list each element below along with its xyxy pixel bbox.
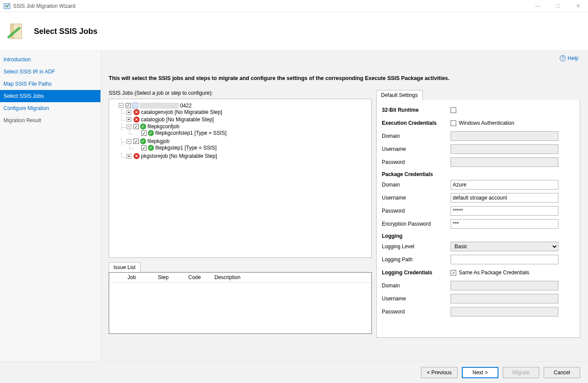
exec-domain-label: Domain <box>382 133 451 139</box>
issue-col-blank[interactable] <box>109 273 124 283</box>
sidebar-item-introduction[interactable]: Introduction <box>0 53 100 66</box>
enc-password-label: Encryption Password <box>382 221 451 227</box>
maximize-button[interactable]: □ <box>551 3 565 9</box>
pkg-username-input[interactable] <box>451 193 558 203</box>
logging-level-label: Logging Level <box>382 243 451 250</box>
wizard-footer: < Previous Next > Migrate Cancel <box>0 361 588 383</box>
svg-rect-0 <box>4 3 10 9</box>
page-title: Select SSIS Jobs <box>34 27 97 36</box>
tree-collapse-icon[interactable]: − <box>119 103 124 108</box>
help-icon: ? <box>560 55 566 61</box>
help-link[interactable]: ? Help <box>560 55 578 61</box>
pkg-domain-label: Domain <box>382 182 451 188</box>
exec-username-label: Username <box>382 146 451 152</box>
tree-node-label[interactable]: filepkgjob <box>147 138 170 144</box>
logging-path-input[interactable] <box>451 255 558 264</box>
tree-node-label[interactable]: pkgstorejob [No Migratable Step] <box>141 153 217 159</box>
tree-checkbox[interactable]: ✓ <box>134 139 139 144</box>
exec-cred-heading: Execution Credentials <box>382 120 451 126</box>
tree-node-label[interactable]: filepkgstep1 [Type = SSIS] <box>155 145 217 151</box>
log-cred-heading: Logging Credentials <box>382 270 451 276</box>
sidebar-item-configure[interactable]: Configure Migration <box>0 102 100 114</box>
error-icon: ✕ <box>134 117 140 123</box>
settings-panel: 32-Bit Runtime Execution Credentials Win… <box>376 100 580 338</box>
server-icon <box>132 103 138 109</box>
pkg-password-label: Password <box>382 208 451 214</box>
previous-button[interactable]: < Previous <box>421 367 458 378</box>
log-password-label: Password <box>382 309 451 315</box>
server-suffix: 0422 <box>180 103 192 109</box>
window-title: SSIS Job Migration Wizard <box>13 3 75 9</box>
success-icon: ✓ <box>148 130 154 136</box>
help-label: Help <box>568 55 578 61</box>
tree-collapse-icon[interactable]: − <box>127 139 131 144</box>
window-controls: — □ ✕ <box>531 3 585 9</box>
pkg-password-input[interactable] <box>451 206 558 216</box>
tree-checkbox[interactable]: ✓ <box>134 124 139 129</box>
tab-default-settings[interactable]: Default Settings <box>376 90 423 100</box>
server-name-redacted <box>140 103 179 109</box>
app-icon <box>3 3 10 10</box>
exec-username-input[interactable] <box>451 144 558 154</box>
exec-domain-input[interactable] <box>451 131 558 141</box>
win-auth-checkbox[interactable] <box>451 120 456 126</box>
issue-col-code[interactable]: Code <box>185 273 211 283</box>
log-username-input[interactable] <box>451 294 558 303</box>
migrate-button[interactable]: Migrate <box>503 367 539 378</box>
sidebar-item-map-paths[interactable]: Map SSIS File Paths <box>0 78 100 90</box>
success-icon: ✓ <box>140 123 146 130</box>
content-pane: ? Help This will select the SSIS jobs an… <box>101 51 588 361</box>
runtime-label: 32-Bit Runtime <box>382 107 451 113</box>
issue-col-job[interactable]: Job <box>124 273 154 283</box>
logging-path-label: Logging Path <box>382 256 451 263</box>
pkg-cred-heading: Package Credentials <box>382 171 575 177</box>
pkg-username-label: Username <box>382 195 451 201</box>
instruction-text: This will select the SSIS jobs and steps… <box>109 75 580 81</box>
log-username-label: Username <box>382 296 451 302</box>
close-button[interactable]: ✕ <box>571 3 585 9</box>
issue-col-description[interactable]: Description <box>211 273 371 283</box>
tree-checkbox[interactable]: ✓ <box>126 103 131 108</box>
exec-password-label: Password <box>382 159 451 165</box>
issue-col-step[interactable]: Step <box>154 273 185 283</box>
next-button[interactable]: Next > <box>462 367 498 378</box>
tree-label: SSIS Jobs (Select a job or step to confi… <box>109 90 372 96</box>
tree-node-label[interactable]: catalogjob [No Migratable Step] <box>141 117 214 123</box>
jobs-tree-panel: − ✓ 0422 + ✕ catalogenvjob [No M <box>109 99 372 258</box>
cancel-button[interactable]: Cancel <box>544 367 580 378</box>
titlebar: SSIS Job Migration Wizard — □ ✕ <box>0 0 588 12</box>
tree-collapse-icon[interactable]: − <box>127 124 131 129</box>
exec-password-input[interactable] <box>451 157 558 167</box>
main-area: Introduction Select SSIS IR in ADF Map S… <box>0 50 588 361</box>
issue-list-table: Job Step Code Description <box>109 272 372 334</box>
sidebar-item-result[interactable]: Migration Result <box>0 114 100 127</box>
error-icon: ✕ <box>134 153 140 159</box>
log-password-input[interactable] <box>451 307 558 316</box>
logging-level-select[interactable]: Basic <box>451 242 558 251</box>
sidebar-item-select-jobs[interactable]: Select SSIS Jobs <box>0 90 100 102</box>
wizard-icon <box>6 21 26 41</box>
tree-node-label[interactable]: filepkgconfstep1 [Type = SSIS] <box>155 130 227 136</box>
logging-heading: Logging <box>382 233 575 239</box>
win-auth-label: Windows Authentication <box>459 120 514 126</box>
same-as-pkg-label: Same As Package Credentials <box>459 270 529 276</box>
jobs-tree[interactable]: − ✓ 0422 + ✕ catalogenvjob [No M <box>111 102 370 160</box>
tree-expand-icon[interactable]: + <box>127 154 131 159</box>
tab-issue-list[interactable]: Issue List <box>109 262 140 272</box>
tree-checkbox[interactable]: ✓ <box>141 145 147 150</box>
tree-node-label[interactable]: catalogenvjob [No Migratable Step] <box>141 109 222 115</box>
tree-expand-icon[interactable]: + <box>127 117 131 122</box>
tree-node-label[interactable]: filepkgconfjob <box>147 123 179 130</box>
page-header: Select SSIS Jobs <box>0 12 588 50</box>
tree-expand-icon[interactable]: + <box>127 110 131 115</box>
error-icon: ✕ <box>134 109 140 115</box>
sidebar-item-select-ir[interactable]: Select SSIS IR in ADF <box>0 66 100 78</box>
log-domain-input[interactable] <box>451 281 558 290</box>
minimize-button[interactable]: — <box>531 3 545 9</box>
tree-checkbox[interactable]: ✓ <box>141 130 147 136</box>
enc-password-input[interactable] <box>451 219 558 229</box>
success-icon: ✓ <box>148 145 154 151</box>
same-as-pkg-checkbox[interactable]: ✓ <box>451 270 456 276</box>
pkg-domain-input[interactable] <box>451 180 558 190</box>
runtime-checkbox[interactable] <box>451 107 456 113</box>
